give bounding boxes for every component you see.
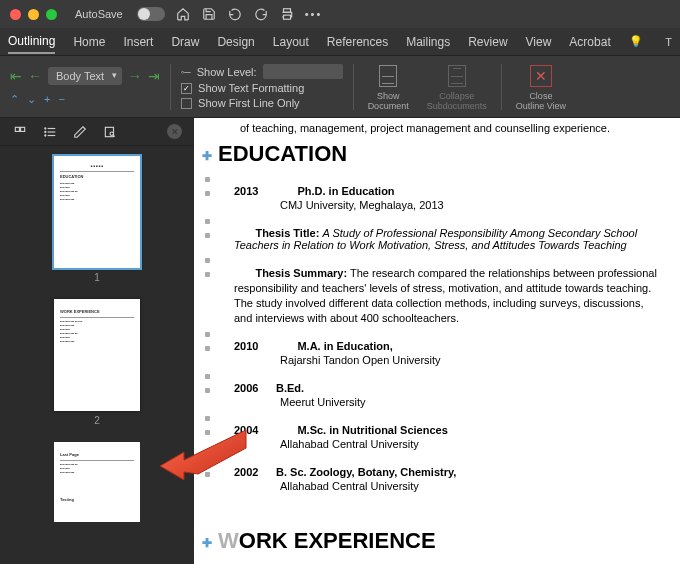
promote-icon[interactable]: ← [28, 68, 42, 84]
tab-acrobat[interactable]: Acrobat [569, 31, 610, 53]
tab-draw[interactable]: Draw [171, 31, 199, 53]
main-area: ✕ ■ ■ ■ ■ ■EDUCATION■■■ ■■■■ ■■■■■■ ■■■■… [0, 118, 680, 564]
demote-icon[interactable]: → [128, 68, 142, 84]
heading-work-experience: WORK EXPERIENCE [218, 528, 436, 554]
lightbulb-icon[interactable]: 💡 [629, 35, 643, 48]
print-icon[interactable] [279, 6, 295, 22]
show-first-line-label: Show First Line Only [198, 97, 299, 109]
edit-icon[interactable] [72, 124, 88, 140]
close-outline-view-button[interactable]: ✕ Close Outline View [512, 63, 570, 111]
autosave-toggle[interactable] [137, 7, 165, 21]
show-document-button[interactable]: Show Document [364, 63, 413, 111]
ribbon: ⇤ ← Body Text → ⇥ ⌃ ⌄ + − ◦─Show Level: … [0, 56, 680, 118]
close-sidebar-icon[interactable]: ✕ [167, 124, 182, 139]
document-outline-area[interactable]: of teaching, management, project managem… [194, 118, 680, 564]
collapse-subdocuments-button[interactable]: Collapse Subdocuments [423, 63, 491, 111]
promote-to-heading1-icon[interactable]: ⇤ [10, 68, 22, 84]
list-view-icon[interactable] [42, 124, 58, 140]
expand-marker-icon[interactable]: ✚ [202, 149, 212, 163]
thumbnail-page-3[interactable]: Last Page■■■ ■■■■ ■■■ ■■■■■ ■■■■■■■ ■■■■… [54, 442, 140, 522]
expand-marker-icon[interactable]: ✚ [202, 536, 212, 550]
outline-level-select[interactable]: Body Text [48, 67, 122, 85]
redo-icon[interactable] [253, 6, 269, 22]
close-window-icon[interactable] [10, 9, 21, 20]
svg-point-8 [45, 131, 46, 132]
title-bar: AutoSave ••• [0, 0, 680, 28]
body-text: of teaching, management, project managem… [240, 122, 662, 134]
ribbon-tabs: Outlining Home Insert Draw Design Layout… [0, 28, 680, 56]
tab-view[interactable]: View [526, 31, 552, 53]
collapse-icon[interactable]: − [58, 93, 64, 106]
tell-me[interactable]: T [665, 36, 672, 48]
show-text-formatting-checkbox[interactable] [181, 83, 192, 94]
svg-rect-2 [15, 127, 19, 131]
tab-outlining[interactable]: Outlining [8, 30, 55, 54]
tab-design[interactable]: Design [217, 31, 254, 53]
svg-rect-1 [283, 15, 290, 19]
show-level-label: Show Level: [197, 66, 257, 78]
tab-home[interactable]: Home [73, 31, 105, 53]
expand-icon[interactable]: + [44, 93, 50, 106]
show-level-select[interactable] [263, 64, 343, 79]
save-icon[interactable] [201, 6, 217, 22]
search-result-icon[interactable] [102, 124, 118, 140]
show-first-line-checkbox[interactable] [181, 98, 192, 109]
window-controls [10, 9, 57, 20]
move-up-icon[interactable]: ⌃ [10, 93, 19, 106]
undo-icon[interactable] [227, 6, 243, 22]
demote-to-body-icon[interactable]: ⇥ [148, 68, 160, 84]
move-down-icon[interactable]: ⌄ [27, 93, 36, 106]
tab-layout[interactable]: Layout [273, 31, 309, 53]
minimize-window-icon[interactable] [28, 9, 39, 20]
home-icon[interactable] [175, 6, 191, 22]
thumbnail-page-2[interactable]: WORK EXPERIENCE■■■ ■■■■ ■■■ ■■ ■■■■■■ ■■… [54, 299, 140, 426]
tab-references[interactable]: References [327, 31, 388, 53]
show-text-formatting-label: Show Text Formatting [198, 82, 304, 94]
navigation-sidebar: ✕ ■ ■ ■ ■ ■EDUCATION■■■ ■■■■ ■■■■■■ ■■■■… [0, 118, 194, 564]
heading-education: EDUCATION [218, 141, 347, 167]
svg-point-7 [45, 127, 46, 128]
tab-mailings[interactable]: Mailings [406, 31, 450, 53]
tab-review[interactable]: Review [468, 31, 507, 53]
maximize-window-icon[interactable] [46, 9, 57, 20]
thumbnail-page-1[interactable]: ■ ■ ■ ■ ■EDUCATION■■■ ■■■■ ■■■■■■ ■■■■■■… [54, 156, 140, 283]
autosave-label: AutoSave [75, 8, 123, 20]
more-icon[interactable]: ••• [305, 8, 323, 20]
svg-point-9 [45, 134, 46, 135]
thumbnails-view-icon[interactable] [12, 124, 28, 140]
svg-rect-3 [21, 127, 25, 131]
tab-insert[interactable]: Insert [123, 31, 153, 53]
